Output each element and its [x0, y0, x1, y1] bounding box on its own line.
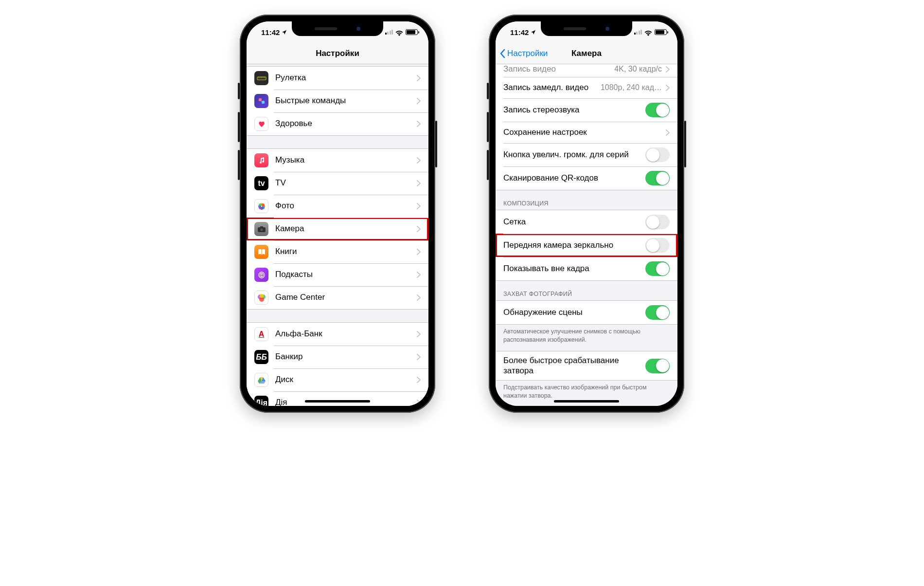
row-video-record[interactable]: Запись видео 4K, 30 кадр/с	[496, 64, 677, 77]
diya-icon: Дія	[254, 396, 268, 406]
volume-up-button	[238, 112, 240, 142]
row-label: Game Center	[275, 293, 417, 302]
row-health[interactable]: Здоровье	[247, 112, 428, 135]
svg-point-15	[259, 206, 262, 209]
chevron-right-icon	[417, 157, 421, 164]
silent-switch	[487, 83, 489, 99]
chevron-right-icon	[417, 203, 421, 209]
back-button[interactable]: Настройки	[499, 43, 548, 64]
svg-rect-17	[260, 226, 263, 228]
home-indicator[interactable]	[554, 400, 619, 403]
svg-point-22	[261, 274, 262, 275]
row-slomo-record[interactable]: Запись замедл. видео 1080p, 240 кад…	[496, 77, 677, 98]
settings-group-system-apps-1: Рулетка Быстрые команды Здоровье	[247, 66, 428, 136]
chevron-right-icon	[417, 226, 421, 232]
camera-settings-list[interactable]: Запись видео 4K, 30 кадр/с Запись замедл…	[496, 64, 677, 406]
row-label: Кнопка увелич. громк. для серий	[503, 150, 645, 160]
toggle-mirror-front-camera[interactable]	[645, 238, 670, 253]
chevron-right-icon	[417, 121, 421, 127]
drive-icon	[254, 373, 268, 387]
row-label: Книги	[275, 247, 417, 256]
group-capture-2: Более быстрое срабатывание затвора	[496, 351, 677, 381]
toggle-faster-shutter[interactable]	[645, 359, 670, 373]
toggle-stereo-audio[interactable]	[645, 103, 670, 117]
music-icon	[254, 153, 268, 167]
camera-icon	[254, 222, 268, 236]
row-stereo-audio[interactable]: Запись стереозвука	[496, 98, 677, 122]
row-disk[interactable]: Диск	[247, 368, 428, 391]
chevron-right-icon	[417, 75, 421, 81]
svg-rect-6	[258, 98, 262, 101]
volume-up-button	[487, 112, 489, 142]
toggle-volume-burst[interactable]	[645, 147, 670, 162]
health-icon	[254, 117, 268, 131]
row-diya[interactable]: Дія Дія	[247, 391, 428, 406]
settings-group-media-apps: Музыка tv TV Фото Камера	[247, 148, 428, 310]
notch	[292, 21, 383, 36]
row-camera[interactable]: Камера	[247, 218, 428, 240]
section-capture-header: ЗАХВАТ ФОТОГРАФИЙ	[496, 281, 677, 300]
row-label: TV	[275, 178, 417, 188]
row-label: Альфа-Банк	[275, 329, 417, 339]
row-view-outside-frame[interactable]: Показывать вне кадра	[496, 257, 677, 280]
row-label: Более быстрое срабатывание затвора	[503, 356, 645, 376]
status-time: 11:42	[261, 28, 280, 37]
group-capture-1: Обнаружение сцены	[496, 300, 677, 325]
row-preserve-settings[interactable]: Сохранение настроек	[496, 122, 677, 143]
row-ruler[interactable]: Рулетка	[247, 67, 428, 90]
toggle-view-outside-frame[interactable]	[645, 261, 670, 276]
row-tv[interactable]: tv TV	[247, 172, 428, 195]
row-label: Рулетка	[275, 73, 417, 83]
row-value: 4K, 30 кадр/с	[614, 65, 662, 73]
row-label: Запись видео	[503, 64, 614, 74]
home-indicator[interactable]	[305, 400, 370, 403]
footer-scene-detection: Автоматическое улучшение снимков с помощ…	[496, 325, 677, 349]
ruler-icon	[254, 71, 268, 85]
row-gamecenter[interactable]: Game Center	[247, 286, 428, 309]
toggle-grid[interactable]	[645, 215, 670, 229]
alfa-icon: А	[254, 327, 268, 341]
nav-bar: Настройки Камера	[496, 43, 677, 64]
row-alfa[interactable]: А Альфа-Банк	[247, 323, 428, 346]
wifi-icon	[395, 29, 403, 35]
row-grid[interactable]: Сетка	[496, 210, 677, 234]
cellular-icon	[634, 30, 642, 35]
row-faster-shutter[interactable]: Более быстрое срабатывание затвора	[496, 351, 677, 380]
row-label: Банкир	[275, 352, 417, 362]
photos-icon	[254, 199, 268, 213]
settings-list[interactable]: Рулетка Быстрые команды Здоровье	[247, 64, 428, 406]
shortcuts-icon	[254, 94, 268, 108]
battery-icon	[406, 29, 418, 35]
row-books[interactable]: Книги	[247, 240, 428, 263]
row-music[interactable]: Музыка	[247, 149, 428, 172]
row-shortcuts[interactable]: Быстрые команды	[247, 90, 428, 112]
chevron-right-icon	[666, 85, 670, 91]
chevron-right-icon	[417, 400, 421, 406]
bankir-icon: ББ	[254, 350, 268, 364]
podcasts-icon	[254, 268, 268, 282]
row-label: Музыка	[275, 155, 417, 165]
chevron-right-icon	[666, 66, 670, 73]
volume-down-button	[487, 150, 489, 180]
silent-switch	[238, 83, 240, 99]
toggle-scan-qr[interactable]	[645, 171, 670, 185]
row-label: Сетка	[503, 217, 645, 227]
row-label: Здоровье	[275, 119, 417, 128]
phone-left: 11:42 Настройки Рулетка	[240, 15, 435, 413]
row-scene-detection[interactable]: Обнаружение сцены	[496, 301, 677, 324]
group-composition: Сетка Передняя камера зеркально Показыва…	[496, 210, 677, 281]
row-volume-burst[interactable]: Кнопка увелич. громк. для серий	[496, 143, 677, 166]
row-photos[interactable]: Фото	[247, 195, 428, 218]
row-label: Сканирование QR-кодов	[503, 173, 645, 183]
toggle-scene-detection[interactable]	[645, 305, 670, 320]
row-podcasts[interactable]: Подкасты	[247, 263, 428, 286]
row-scan-qr[interactable]: Сканирование QR-кодов	[496, 166, 677, 190]
row-label: Камера	[275, 224, 417, 234]
svg-point-12	[259, 203, 262, 206]
nav-title: Настройки	[316, 49, 359, 58]
row-mirror-front-camera[interactable]: Передняя камера зеркально	[496, 234, 677, 257]
chevron-right-icon	[417, 331, 421, 337]
location-icon	[282, 28, 287, 37]
row-label: Диск	[275, 375, 417, 385]
row-bankir[interactable]: ББ Банкир	[247, 346, 428, 368]
